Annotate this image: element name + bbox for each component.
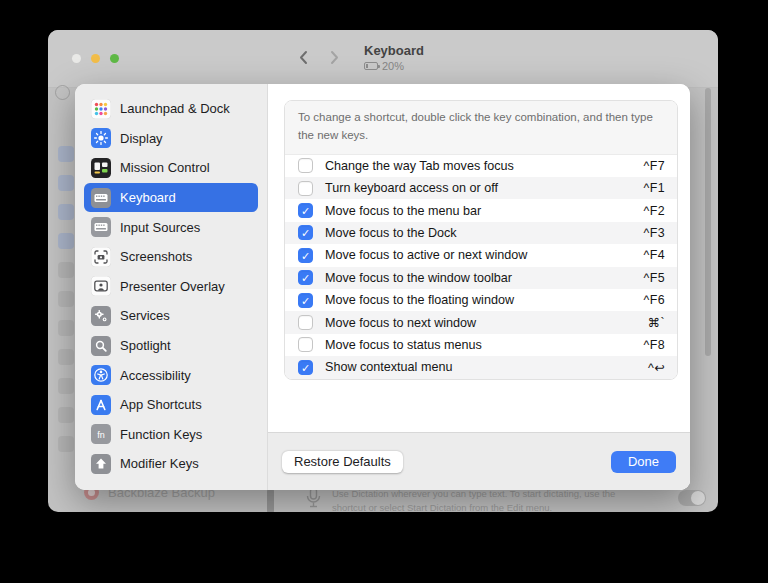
shortcut-label: Move focus to next window bbox=[325, 316, 648, 330]
shortcut-keys[interactable]: ^F3 bbox=[644, 226, 665, 240]
dimmed-sidebar-icon bbox=[58, 436, 74, 452]
restore-defaults-button[interactable]: Restore Defaults bbox=[282, 451, 403, 473]
row-checkbox[interactable] bbox=[298, 315, 313, 330]
dimmed-sidebar-icon bbox=[58, 146, 74, 162]
svg-text:fn: fn bbox=[97, 430, 105, 440]
shortcut-row[interactable]: Move focus to next window ⌘` bbox=[285, 311, 677, 333]
row-checkbox[interactable] bbox=[298, 337, 313, 352]
toggle-knob bbox=[691, 491, 705, 505]
shortcut-row[interactable]: Change the way Tab moves focus ^F7 bbox=[285, 155, 677, 177]
dimmed-scrollbar-pill bbox=[267, 488, 274, 512]
row-checkbox[interactable] bbox=[298, 158, 313, 173]
dictation-toggle[interactable] bbox=[678, 490, 706, 506]
row-checkbox[interactable] bbox=[298, 360, 313, 375]
dimmed-sidebar-icon bbox=[58, 233, 74, 249]
dimmed-sidebar-icons bbox=[58, 146, 74, 452]
shortcut-keys[interactable]: ^F6 bbox=[644, 293, 665, 307]
keyboard-icon bbox=[91, 188, 111, 208]
sidebar-item-label: Modifier Keys bbox=[120, 456, 199, 471]
sidebar-item-display[interactable]: Display bbox=[84, 124, 258, 154]
shortcuts-list: Change the way Tab moves focus ^F7 Turn … bbox=[285, 155, 677, 379]
row-checkbox[interactable] bbox=[298, 181, 313, 196]
sidebar-item-label: Display bbox=[120, 131, 163, 146]
shortcut-label: Move focus to status menus bbox=[325, 338, 644, 352]
shortcut-row[interactable]: Move focus to active or next window ^F4 bbox=[285, 244, 677, 266]
row-checkbox[interactable] bbox=[298, 225, 313, 240]
sidebar-item-screenshots[interactable]: Screenshots bbox=[84, 242, 258, 272]
sidebar-item-label: Keyboard bbox=[120, 190, 176, 205]
spotlight-icon bbox=[91, 336, 111, 356]
titlebar: Keyboard 20% bbox=[48, 30, 718, 88]
sidebar-item-label: Function Keys bbox=[120, 427, 202, 442]
sidebar-item-input-sources[interactable]: Input Sources bbox=[84, 212, 258, 242]
row-checkbox[interactable] bbox=[298, 203, 313, 218]
sidebar-item-mission-control[interactable]: Mission Control bbox=[84, 153, 258, 183]
sidebar-item-function-keys[interactable]: fn Function Keys bbox=[84, 420, 258, 450]
presenter-overlay-icon bbox=[91, 276, 111, 296]
shortcut-keys[interactable]: ^F4 bbox=[644, 248, 665, 262]
titlebar-header: Keyboard 20% bbox=[294, 43, 424, 72]
sidebar-item-label: Screenshots bbox=[120, 249, 192, 264]
dictation-description: Use Dictation wherever you can type text… bbox=[332, 487, 642, 512]
zoom-button-icon[interactable] bbox=[110, 54, 119, 63]
microphone-icon bbox=[306, 487, 321, 512]
sidebar-item-label: Input Sources bbox=[120, 220, 200, 235]
sidebar-item-spotlight[interactable]: Spotlight bbox=[84, 331, 258, 361]
shortcut-keys[interactable]: ^F5 bbox=[644, 271, 665, 285]
close-button-icon[interactable] bbox=[72, 54, 81, 63]
sidebar-item-label: Accessibility bbox=[120, 368, 191, 383]
dimmed-sidebar-icon bbox=[58, 378, 74, 394]
dimmed-sidebar-icon bbox=[58, 407, 74, 423]
shortcut-row[interactable]: Move focus to the menu bar ^F2 bbox=[285, 199, 677, 221]
dimmed-search-field bbox=[55, 85, 70, 100]
sidebar-item-label: Launchpad & Dock bbox=[120, 101, 230, 116]
shortcut-label: Move focus to the Dock bbox=[325, 226, 644, 240]
done-button[interactable]: Done bbox=[611, 451, 676, 473]
sidebar-item-label: Mission Control bbox=[120, 160, 210, 175]
sidebar-item-label: Spotlight bbox=[120, 338, 171, 353]
shortcut-label: Move focus to the menu bar bbox=[325, 204, 644, 218]
modifier-keys-icon bbox=[91, 454, 111, 474]
sidebar-item-app-shortcuts[interactable]: App Shortcuts bbox=[84, 390, 258, 420]
shortcut-label: Turn keyboard access on or off bbox=[325, 181, 644, 195]
shortcut-keys[interactable]: ^F8 bbox=[644, 338, 665, 352]
screenshots-icon bbox=[91, 247, 111, 267]
shortcut-row[interactable]: Move focus to the Dock ^F3 bbox=[285, 222, 677, 244]
sidebar-item-launchpad-dock[interactable]: Launchpad & Dock bbox=[84, 94, 258, 124]
row-checkbox[interactable] bbox=[298, 270, 313, 285]
sidebar-item-services[interactable]: Services bbox=[84, 301, 258, 331]
back-chevron-icon[interactable] bbox=[294, 46, 313, 69]
display-icon bbox=[91, 128, 111, 148]
row-checkbox[interactable] bbox=[298, 248, 313, 263]
shortcut-row[interactable]: Move focus to status menus ^F8 bbox=[285, 334, 677, 356]
shortcut-label: Move focus to the window toolbar bbox=[325, 271, 644, 285]
shortcut-keys[interactable]: ^F1 bbox=[644, 181, 665, 195]
shortcut-row[interactable]: Move focus to the floating window ^F6 bbox=[285, 289, 677, 311]
shortcut-row[interactable]: Move focus to the window toolbar ^F5 bbox=[285, 267, 677, 289]
shortcut-keys[interactable]: ⌘` bbox=[648, 315, 665, 330]
launchpad-dock-icon bbox=[91, 99, 111, 119]
shortcut-keys[interactable]: ^F2 bbox=[644, 204, 665, 218]
battery-percent: 20% bbox=[382, 60, 404, 72]
shortcuts-group: To change a shortcut, double click the k… bbox=[284, 100, 678, 380]
shortcuts-content: To change a shortcut, double click the k… bbox=[268, 84, 690, 490]
sidebar-item-label: Services bbox=[120, 308, 170, 323]
shortcut-row[interactable]: Show contextual menu ^↩ bbox=[285, 356, 677, 378]
sidebar-item-accessibility[interactable]: Accessibility bbox=[84, 360, 258, 390]
shortcut-row[interactable]: Turn keyboard access on or off ^F1 bbox=[285, 177, 677, 199]
dimmed-sidebar-icon bbox=[58, 291, 74, 307]
window-scrollbar[interactable] bbox=[705, 88, 711, 356]
forward-chevron-icon[interactable] bbox=[325, 46, 344, 69]
sidebar-item-keyboard[interactable]: Keyboard bbox=[84, 183, 258, 213]
minimize-button-icon[interactable] bbox=[91, 54, 100, 63]
row-checkbox[interactable] bbox=[298, 293, 313, 308]
sidebar-item-modifier-keys[interactable]: Modifier Keys bbox=[84, 449, 258, 479]
shortcut-keys[interactable]: ^↩ bbox=[648, 360, 665, 375]
dimmed-sidebar-icon bbox=[58, 320, 74, 336]
dimmed-sidebar-icon bbox=[58, 349, 74, 365]
mission-control-icon bbox=[91, 158, 111, 178]
shortcut-keys[interactable]: ^F7 bbox=[644, 159, 665, 173]
accessibility-icon bbox=[91, 365, 111, 385]
sidebar-item-presenter-overlay[interactable]: Presenter Overlay bbox=[84, 272, 258, 302]
shortcut-label: Move focus to the floating window bbox=[325, 293, 644, 307]
